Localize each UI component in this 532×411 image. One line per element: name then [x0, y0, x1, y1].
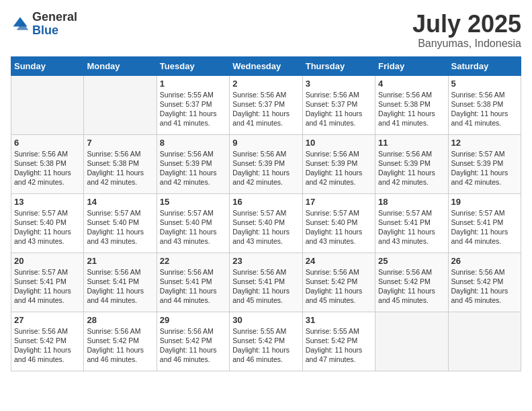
logo-general: General [32, 11, 77, 24]
calendar-cell: 9Sunrise: 5:56 AM Sunset: 5:39 PM Daylig… [230, 134, 302, 193]
calendar-cell [448, 312, 521, 371]
day-info: Sunrise: 5:56 AM Sunset: 5:42 PM Dayligh… [14, 326, 81, 365]
day-info: Sunrise: 5:57 AM Sunset: 5:40 PM Dayligh… [160, 208, 226, 246]
day-number: 20 [14, 256, 81, 266]
day-info: Sunrise: 5:56 AM Sunset: 5:39 PM Dayligh… [232, 149, 299, 187]
calendar-cell: 31Sunrise: 5:55 AM Sunset: 5:42 PM Dayli… [302, 312, 375, 371]
calendar-cell: 12Sunrise: 5:57 AM Sunset: 5:39 PM Dayli… [448, 134, 521, 193]
weekday-header-wednesday: Wednesday [230, 56, 302, 75]
calendar-cell: 27Sunrise: 5:56 AM Sunset: 5:42 PM Dayli… [11, 312, 84, 371]
weekday-header-sunday: Sunday [11, 56, 84, 75]
day-number: 5 [451, 79, 518, 89]
day-number: 3 [306, 79, 372, 89]
calendar-table: SundayMondayTuesdayWednesdayThursdayFrid… [11, 56, 521, 371]
logo: General Blue [11, 11, 77, 38]
calendar-cell: 6Sunrise: 5:56 AM Sunset: 5:38 PM Daylig… [11, 134, 84, 193]
calendar-week-row: 6Sunrise: 5:56 AM Sunset: 5:38 PM Daylig… [11, 134, 521, 193]
day-info: Sunrise: 5:57 AM Sunset: 5:40 PM Dayligh… [87, 208, 153, 246]
calendar-cell [375, 312, 448, 371]
calendar-cell: 16Sunrise: 5:57 AM Sunset: 5:40 PM Dayli… [230, 193, 302, 253]
day-info: Sunrise: 5:57 AM Sunset: 5:39 PM Dayligh… [451, 149, 518, 187]
day-number: 27 [14, 315, 81, 325]
day-number: 28 [87, 315, 153, 325]
day-info: Sunrise: 5:56 AM Sunset: 5:39 PM Dayligh… [306, 149, 372, 187]
calendar-cell: 5Sunrise: 5:56 AM Sunset: 5:38 PM Daylig… [448, 75, 521, 134]
day-number: 30 [232, 315, 299, 325]
calendar-cell: 28Sunrise: 5:56 AM Sunset: 5:42 PM Dayli… [84, 312, 157, 371]
calendar-cell: 11Sunrise: 5:56 AM Sunset: 5:39 PM Dayli… [375, 134, 448, 193]
day-number: 19 [451, 197, 518, 207]
calendar-cell: 15Sunrise: 5:57 AM Sunset: 5:40 PM Dayli… [157, 193, 229, 253]
day-number: 31 [306, 315, 372, 325]
calendar-cell: 14Sunrise: 5:57 AM Sunset: 5:40 PM Dayli… [84, 193, 157, 253]
day-number: 12 [451, 138, 518, 148]
weekday-header-monday: Monday [84, 56, 157, 75]
day-info: Sunrise: 5:57 AM Sunset: 5:40 PM Dayligh… [232, 208, 299, 246]
day-number: 15 [160, 197, 226, 207]
weekday-header-row: SundayMondayTuesdayWednesdayThursdayFrid… [11, 56, 521, 75]
calendar-cell: 25Sunrise: 5:56 AM Sunset: 5:42 PM Dayli… [375, 253, 448, 312]
day-number: 29 [160, 315, 226, 325]
day-info: Sunrise: 5:56 AM Sunset: 5:41 PM Dayligh… [87, 267, 153, 306]
calendar-cell: 1Sunrise: 5:55 AM Sunset: 5:37 PM Daylig… [157, 75, 229, 134]
calendar-cell: 26Sunrise: 5:56 AM Sunset: 5:42 PM Dayli… [448, 253, 521, 312]
day-info: Sunrise: 5:55 AM Sunset: 5:42 PM Dayligh… [306, 326, 372, 365]
title-block: July 2025 Banyumas, Indonesia [412, 11, 521, 50]
day-info: Sunrise: 5:56 AM Sunset: 5:38 PM Dayligh… [87, 149, 153, 187]
day-number: 24 [306, 256, 372, 266]
day-info: Sunrise: 5:56 AM Sunset: 5:41 PM Dayligh… [232, 267, 299, 306]
day-number: 13 [14, 197, 81, 207]
calendar-cell [84, 75, 157, 134]
day-info: Sunrise: 5:56 AM Sunset: 5:42 PM Dayligh… [87, 326, 153, 365]
calendar-cell: 2Sunrise: 5:56 AM Sunset: 5:37 PM Daylig… [230, 75, 302, 134]
weekday-header-saturday: Saturday [448, 56, 521, 75]
day-number: 23 [232, 256, 299, 266]
calendar-cell: 24Sunrise: 5:56 AM Sunset: 5:42 PM Dayli… [302, 253, 375, 312]
month-title: July 2025 [412, 11, 521, 38]
day-info: Sunrise: 5:56 AM Sunset: 5:39 PM Dayligh… [378, 149, 445, 187]
day-info: Sunrise: 5:57 AM Sunset: 5:41 PM Dayligh… [378, 208, 445, 246]
day-info: Sunrise: 5:55 AM Sunset: 5:42 PM Dayligh… [232, 326, 299, 365]
day-info: Sunrise: 5:56 AM Sunset: 5:41 PM Dayligh… [160, 267, 226, 306]
calendar-cell: 10Sunrise: 5:56 AM Sunset: 5:39 PM Dayli… [302, 134, 375, 193]
day-info: Sunrise: 5:56 AM Sunset: 5:42 PM Dayligh… [378, 267, 445, 306]
weekday-header-friday: Friday [375, 56, 448, 75]
day-number: 4 [378, 79, 445, 89]
page-header: General Blue July 2025 Banyumas, Indones… [11, 11, 521, 50]
calendar-cell: 8Sunrise: 5:56 AM Sunset: 5:39 PM Daylig… [157, 134, 229, 193]
day-info: Sunrise: 5:56 AM Sunset: 5:39 PM Dayligh… [160, 149, 226, 187]
day-number: 21 [87, 256, 153, 266]
day-number: 14 [87, 197, 153, 207]
day-info: Sunrise: 5:57 AM Sunset: 5:40 PM Dayligh… [14, 208, 81, 246]
day-info: Sunrise: 5:56 AM Sunset: 5:38 PM Dayligh… [14, 149, 81, 187]
calendar-week-row: 1Sunrise: 5:55 AM Sunset: 5:37 PM Daylig… [11, 75, 521, 134]
day-number: 2 [232, 79, 299, 89]
calendar-cell: 4Sunrise: 5:56 AM Sunset: 5:38 PM Daylig… [375, 75, 448, 134]
day-info: Sunrise: 5:56 AM Sunset: 5:42 PM Dayligh… [160, 326, 226, 365]
weekday-header-tuesday: Tuesday [157, 56, 229, 75]
day-info: Sunrise: 5:56 AM Sunset: 5:38 PM Dayligh… [451, 90, 518, 128]
calendar-cell: 21Sunrise: 5:56 AM Sunset: 5:41 PM Dayli… [84, 253, 157, 312]
day-number: 10 [306, 138, 372, 148]
calendar-week-row: 27Sunrise: 5:56 AM Sunset: 5:42 PM Dayli… [11, 312, 521, 371]
day-info: Sunrise: 5:56 AM Sunset: 5:42 PM Dayligh… [306, 267, 372, 306]
location: Banyumas, Indonesia [412, 38, 521, 50]
day-number: 8 [160, 138, 226, 148]
day-info: Sunrise: 5:57 AM Sunset: 5:41 PM Dayligh… [451, 208, 518, 246]
calendar-cell: 18Sunrise: 5:57 AM Sunset: 5:41 PM Dayli… [375, 193, 448, 253]
logo-text: General Blue [32, 11, 77, 38]
day-number: 1 [160, 79, 226, 89]
day-number: 26 [451, 256, 518, 266]
calendar-week-row: 13Sunrise: 5:57 AM Sunset: 5:40 PM Dayli… [11, 193, 521, 253]
calendar-cell: 30Sunrise: 5:55 AM Sunset: 5:42 PM Dayli… [230, 312, 302, 371]
day-info: Sunrise: 5:55 AM Sunset: 5:37 PM Dayligh… [160, 90, 226, 128]
calendar-cell: 20Sunrise: 5:57 AM Sunset: 5:41 PM Dayli… [11, 253, 84, 312]
day-number: 25 [378, 256, 445, 266]
day-info: Sunrise: 5:57 AM Sunset: 5:41 PM Dayligh… [14, 267, 81, 306]
day-number: 9 [232, 138, 299, 148]
calendar-week-row: 20Sunrise: 5:57 AM Sunset: 5:41 PM Dayli… [11, 253, 521, 312]
day-number: 17 [306, 197, 372, 207]
calendar-cell: 23Sunrise: 5:56 AM Sunset: 5:41 PM Dayli… [230, 253, 302, 312]
logo-blue: Blue [32, 24, 77, 38]
calendar-cell: 19Sunrise: 5:57 AM Sunset: 5:41 PM Dayli… [448, 193, 521, 253]
